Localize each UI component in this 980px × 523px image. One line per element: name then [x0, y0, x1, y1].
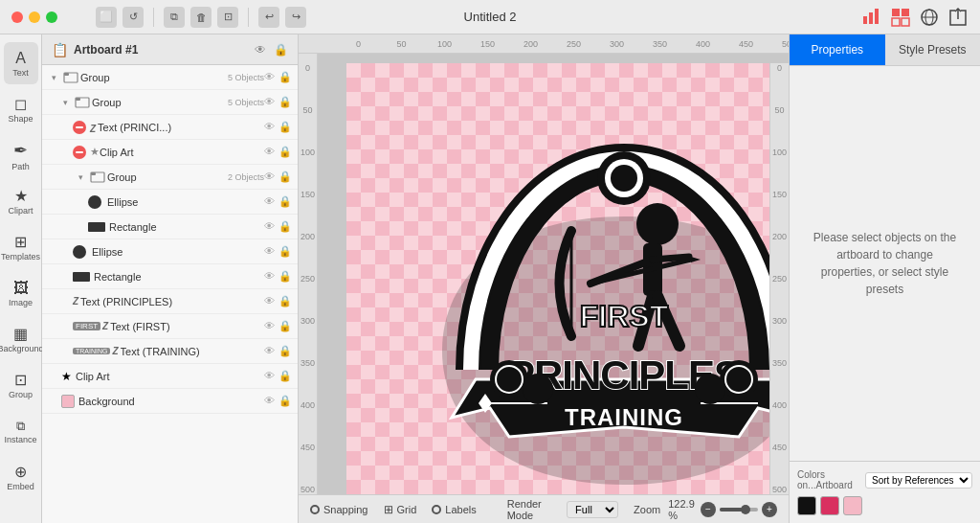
eye-icon[interactable]: 👁	[264, 370, 275, 382]
globe-icon[interactable]	[919, 7, 940, 28]
redo-button[interactable]: ↪	[285, 7, 306, 28]
minimize-button[interactable]	[29, 11, 40, 23]
sort-select[interactable]: Sort by References	[865, 472, 972, 489]
layer-group3[interactable]: ▾ Group 2 Objects 👁 🔒	[42, 165, 298, 190]
lock-icon[interactable]: 🔒	[278, 171, 292, 183]
layer-text-training-name: Text (TRAINING)	[121, 346, 264, 357]
lock-icon[interactable]: 🔒	[278, 370, 292, 382]
layer-group1[interactable]: ▾ Group 5 Objects 👁 🔒	[42, 65, 298, 90]
layer-toggle-group2[interactable]: ▾	[57, 95, 73, 110]
grid-control[interactable]: ⊞ Grid	[384, 503, 417, 516]
layer-ellipse2[interactable]: Ellipse 👁 🔒	[42, 239, 298, 264]
grid-icon[interactable]	[890, 7, 911, 28]
swatch-black[interactable]	[797, 496, 816, 515]
layer-text-first[interactable]: FIRST Z Text (FIRST) 👁 🔒	[42, 314, 298, 339]
lock-icon[interactable]: 🔒	[278, 121, 292, 133]
layer-text-principles[interactable]: Z Text (PRINCIPLES) 👁 🔒	[42, 289, 298, 314]
layer-text-first-name: Text (FIRST)	[110, 321, 264, 332]
svg-rect-4	[902, 9, 909, 16]
layer-text-training[interactable]: TRAINING Z Text (TRAINING) 👁 🔒	[42, 339, 298, 364]
layer-rect2[interactable]: Rectangle 👁 🔒	[42, 264, 298, 289]
eye-icon[interactable]: 👁	[264, 320, 275, 332]
tab-properties[interactable]: Properties	[790, 34, 885, 65]
tool-text-label: Text	[12, 69, 29, 78]
lock-icon[interactable]: 🔒	[278, 295, 292, 307]
zoom-out-button[interactable]: −	[701, 502, 716, 517]
instance-icon: ⧉	[16, 419, 25, 434]
render-mode-select[interactable]: Full Draft	[567, 501, 618, 518]
lock-icon[interactable]: 🔒	[278, 245, 292, 258]
eye-icon[interactable]: 👁	[264, 146, 275, 158]
eye-icon[interactable]: 👁	[264, 71, 275, 83]
layer-clipart1[interactable]: ★ Clip Art 👁 🔒	[42, 140, 298, 165]
tool-text[interactable]: A Text	[4, 42, 38, 84]
zoom-label: Zoom	[634, 504, 660, 515]
layer-group2-name: Group	[92, 97, 226, 108]
eye-icon[interactable]: 👁	[264, 220, 275, 233]
tool-templates[interactable]: ⊞ Templates	[4, 226, 38, 268]
eye-icon[interactable]: 👁	[264, 245, 275, 258]
eye-icon[interactable]: 👁	[264, 270, 275, 283]
tool-instance[interactable]: ⧉ Instance	[4, 410, 38, 452]
layer-ellipse1[interactable]: Ellipse 👁 🔒	[42, 190, 298, 215]
background-icon: ▦	[13, 325, 28, 343]
embed-icon: ⊕	[14, 463, 27, 481]
swatch-pink-dark[interactable]	[820, 496, 839, 515]
eye-icon[interactable]: 👁	[264, 345, 275, 357]
tool-image[interactable]: 🖼 Image	[4, 272, 38, 314]
eye-icon[interactable]: 👁	[255, 43, 266, 57]
right-tabs: Properties Style Presets	[790, 34, 980, 66]
tool-shape[interactable]: ◻ Shape	[4, 88, 38, 130]
lock-icon[interactable]: 🔒	[278, 71, 292, 83]
lock-icon[interactable]: 🔒	[278, 195, 292, 208]
tool-path[interactable]: ✒ Path	[4, 134, 38, 176]
eye-icon[interactable]: 👁	[264, 295, 275, 307]
refresh-icon[interactable]: ↺	[122, 7, 144, 28]
tab-style-presets[interactable]: Style Presets	[885, 34, 981, 65]
tool-group[interactable]: ⊡ Group	[4, 364, 38, 406]
layer-clipart1-actions: 👁 🔒	[264, 146, 292, 158]
tool-embed[interactable]: ⊕ Embed	[4, 456, 38, 498]
layer-toggle-group1[interactable]: ▾	[46, 70, 61, 85]
eye-icon[interactable]: 👁	[264, 195, 275, 208]
monitor-icon[interactable]: ⬜	[96, 7, 117, 28]
lock-icon[interactable]: 🔒	[278, 220, 292, 233]
layer-text-princi[interactable]: Z Text (PRINCI...) 👁 🔒	[42, 115, 298, 140]
lock-icon[interactable]: 🔒	[274, 43, 288, 57]
lock-icon[interactable]: 🔒	[278, 395, 292, 407]
chart-icon[interactable]	[861, 7, 882, 28]
layer-background-actions: 👁 🔒	[264, 395, 292, 407]
tool-templates-label: Templates	[1, 253, 40, 262]
layer-toggle-group3[interactable]: ▾	[73, 170, 88, 185]
snapping-control[interactable]: Snapping	[310, 504, 368, 515]
layer-background[interactable]: Background 👁 🔒	[42, 389, 298, 414]
tool-clipart[interactable]: ★ Clipart	[4, 180, 38, 222]
layer-group3-name: Group	[107, 171, 226, 183]
lock-icon[interactable]: 🔒	[278, 96, 292, 108]
lock-icon[interactable]: 🔒	[278, 146, 292, 158]
layer-group2[interactable]: ▾ Group 5 Objects 👁 🔒	[42, 90, 298, 115]
lock-icon[interactable]: 🔒	[278, 270, 292, 283]
layer-first-badge: FIRST	[73, 322, 100, 330]
crop-icon[interactable]: ⊡	[217, 7, 238, 28]
eye-icon[interactable]: 👁	[264, 395, 275, 407]
tool-group-label: Group	[9, 391, 33, 399]
zoom-in-button[interactable]: +	[762, 502, 777, 517]
undo-button[interactable]: ↩	[258, 7, 279, 28]
delete-icon[interactable]: 🗑	[190, 7, 212, 28]
maximize-button[interactable]	[46, 11, 57, 23]
layer-rect1[interactable]: Rectangle 👁 🔒	[42, 215, 298, 239]
close-button[interactable]	[11, 11, 23, 23]
eye-icon[interactable]: 👁	[264, 171, 275, 183]
labels-control[interactable]: Labels	[432, 504, 476, 515]
copy-icon[interactable]: ⧉	[164, 7, 185, 28]
share-icon[interactable]	[947, 7, 969, 28]
lock-icon[interactable]: 🔒	[278, 345, 292, 357]
canvas-content[interactable]: FIRST PRINCIPLES PRINCIPLES PRINCIPLES T…	[318, 54, 789, 494]
lock-icon[interactable]: 🔒	[278, 320, 292, 332]
layer-clipart2[interactable]: ★ Clip Art 👁 🔒	[42, 364, 298, 389]
eye-icon[interactable]: 👁	[264, 96, 275, 108]
eye-icon[interactable]: 👁	[264, 121, 275, 133]
tool-background[interactable]: ▦ Background	[4, 318, 38, 360]
swatch-pink-light[interactable]	[843, 496, 862, 515]
